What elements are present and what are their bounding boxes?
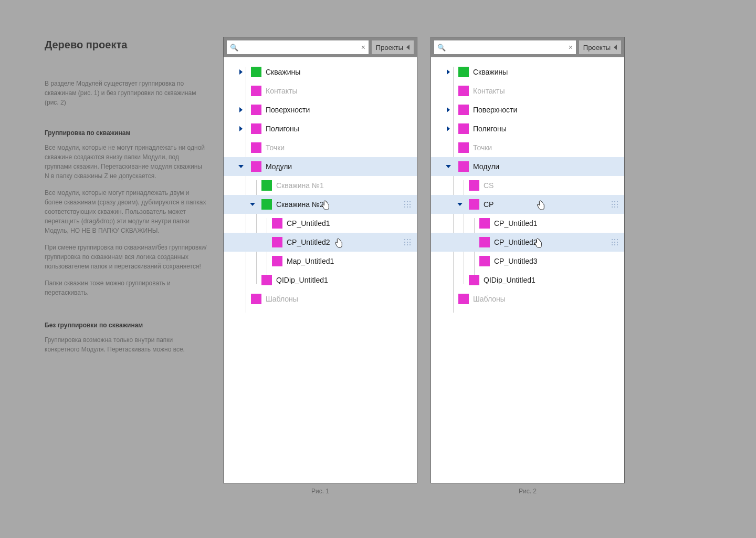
collapse-icon[interactable] (238, 165, 244, 168)
tree-item-label: Контакты (266, 87, 297, 95)
module-icon (469, 275, 479, 285)
tree-item-modules[interactable]: Модули (224, 157, 417, 176)
collapse-icon[interactable] (446, 165, 451, 168)
expand-icon[interactable] (447, 126, 450, 131)
tree-item-well2[interactable]: Скважина №2 (224, 195, 417, 214)
tree-item-polygons[interactable]: Полигоны (224, 119, 417, 138)
projects-button[interactable]: Проекты (579, 40, 621, 54)
tree-item-cp1[interactable]: CP_Untitled1 (431, 214, 624, 233)
folder-icon (251, 123, 261, 134)
section1-p2: Все модули, которые могут принадлежать д… (45, 188, 207, 235)
tree-item-label: CS (484, 181, 494, 190)
search-input[interactable] (240, 44, 359, 51)
search-input-wrap[interactable]: 🔍 × (434, 40, 576, 54)
folder-icon (458, 161, 469, 172)
tree-item-points[interactable]: Точки (224, 138, 417, 157)
tree-item-label: Скважины (473, 68, 508, 76)
panel-toolbar: 🔍 × Проекты (431, 37, 624, 57)
tree-item-cs[interactable]: CS (431, 176, 624, 195)
folder-icon (458, 67, 469, 77)
tree-item-templates[interactable]: Шаблоны (431, 289, 624, 308)
tree-item-label: CP_Untitled2 (494, 238, 538, 246)
folder-icon (458, 105, 469, 115)
folder-icon (261, 199, 272, 210)
collapse-icon[interactable] (457, 203, 463, 206)
tree-item-surfaces[interactable]: Поверхности (224, 100, 417, 119)
tree-item-contacts[interactable]: Контакты (224, 81, 417, 100)
section1-p1: Все модули, которые не могут принадлежат… (45, 143, 207, 181)
cursor-hand-icon (536, 200, 545, 211)
drag-handle-icon[interactable] (404, 239, 412, 245)
section2-p1: Группировка возможна только внутри папки… (45, 335, 207, 354)
module-icon (272, 237, 282, 247)
tree-item-cp2[interactable]: CP_Untitled2 (224, 233, 417, 252)
tree-item-label: Точки (266, 143, 285, 152)
tree-item-label: QIDip_Untitled1 (276, 276, 328, 284)
folder-icon (251, 86, 261, 96)
expand-icon[interactable] (239, 126, 243, 131)
tree-item-cp3[interactable]: CP_Untitled3 (431, 252, 624, 271)
folder-icon (458, 123, 469, 134)
tree-item-label: Поверхности (473, 106, 517, 114)
tree-item-label: Модули (266, 162, 292, 171)
project-tree-1: Скважины Контакты Поверхности Пол (224, 57, 417, 483)
tree-item-qidip[interactable]: QIDip_Untitled1 (224, 271, 417, 289)
tree-item-templates[interactable]: Шаблоны (224, 289, 417, 308)
tree-item-contacts[interactable]: Контакты (431, 81, 624, 100)
tree-item-cp[interactable]: CP (431, 195, 624, 214)
clear-icon[interactable]: × (361, 43, 365, 51)
tree-item-polygons[interactable]: Полигоны (431, 119, 624, 138)
folder-icon (251, 294, 261, 304)
tree-item-label: Модули (473, 162, 499, 171)
tree-item-label: Скважина №1 (276, 181, 324, 190)
folder-icon (458, 294, 469, 304)
tree-item-points[interactable]: Точки (431, 138, 624, 157)
drag-handle-icon[interactable] (404, 201, 412, 208)
folder-icon (261, 180, 272, 191)
expand-icon[interactable] (239, 107, 243, 112)
panel-toolbar: 🔍 × Проекты (224, 37, 417, 57)
expand-icon[interactable] (239, 69, 243, 75)
drag-handle-icon[interactable] (612, 201, 619, 208)
tree-item-label: CP_Untitled1 (287, 219, 330, 227)
tree-item-label: Полигоны (266, 125, 299, 133)
section-heading-ungrouped: Без группировки по скважинам (45, 320, 207, 330)
tree-item-label: Полигоны (473, 125, 507, 133)
expand-icon[interactable] (447, 69, 450, 75)
projects-button[interactable]: Проекты (372, 40, 414, 54)
section-heading-grouped: Группировка по скважинам (45, 128, 207, 138)
expand-icon[interactable] (447, 107, 450, 112)
search-input-wrap[interactable]: 🔍 × (227, 40, 369, 54)
project-tree-2: Скважины Контакты Поверхности Пол (431, 57, 624, 483)
module-icon (261, 275, 272, 285)
folder-icon (458, 86, 469, 96)
intro-paragraph: В разделе Модулей существует группировка… (45, 79, 207, 107)
folder-icon (251, 161, 261, 172)
tree-item-label: Поверхности (266, 106, 310, 114)
tree-panel-1: 🔍 × Проекты (223, 37, 417, 483)
module-icon (479, 218, 490, 229)
search-icon: 🔍 (437, 44, 446, 51)
folder-icon (458, 142, 469, 153)
projects-button-label: Проекты (583, 44, 611, 51)
tree-item-label: Скважины (266, 68, 300, 76)
tree-item-wells[interactable]: Скважины (224, 63, 417, 81)
caret-left-icon (614, 45, 617, 50)
tree-item-map1[interactable]: Map_Untitled1 (224, 252, 417, 271)
tree-item-label: Шаблоны (266, 295, 298, 303)
tree-item-surfaces[interactable]: Поверхности (431, 100, 624, 119)
tree-item-modules[interactable]: Модули (431, 157, 624, 176)
collapse-icon[interactable] (250, 203, 255, 206)
tree-item-wells[interactable]: Скважины (431, 63, 624, 81)
drag-handle-icon[interactable] (612, 239, 619, 245)
module-icon (479, 237, 490, 247)
search-input[interactable] (448, 44, 566, 51)
tree-item-cp1[interactable]: CP_Untitled1 (224, 214, 417, 233)
projects-button-label: Проекты (376, 44, 403, 51)
tree-item-cp2[interactable]: CP_Untitled2 (431, 233, 624, 252)
module-icon (479, 256, 490, 266)
tree-item-well1[interactable]: Скважина №1 (224, 176, 417, 195)
tree-item-qidip[interactable]: QIDip_Untitled1 (431, 271, 624, 289)
clear-icon[interactable]: × (569, 43, 573, 51)
section1-p4: Папки скважин тоже можно группировать и … (45, 278, 207, 297)
